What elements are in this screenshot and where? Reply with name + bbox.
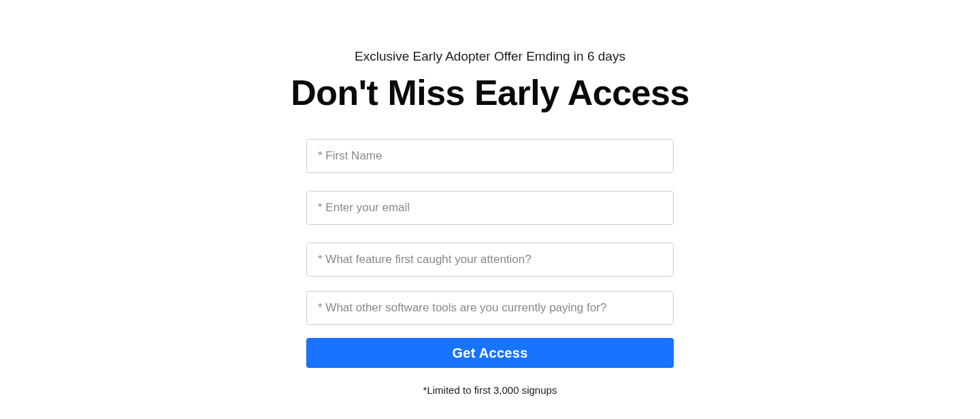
offer-subtitle: Exclusive Early Adopter Offer Emding in … — [355, 49, 625, 64]
tools-input[interactable] — [306, 291, 674, 325]
email-input[interactable] — [306, 191, 674, 225]
get-access-button[interactable]: Get Access — [306, 338, 674, 368]
first-name-input[interactable] — [306, 139, 674, 173]
page-title: Don't Miss Early Access — [291, 72, 689, 113]
signup-form: Get Access — [306, 139, 674, 368]
feature-input[interactable] — [306, 243, 674, 277]
signup-limit-footnote: *Limited to first 3,000 signups — [423, 384, 557, 396]
